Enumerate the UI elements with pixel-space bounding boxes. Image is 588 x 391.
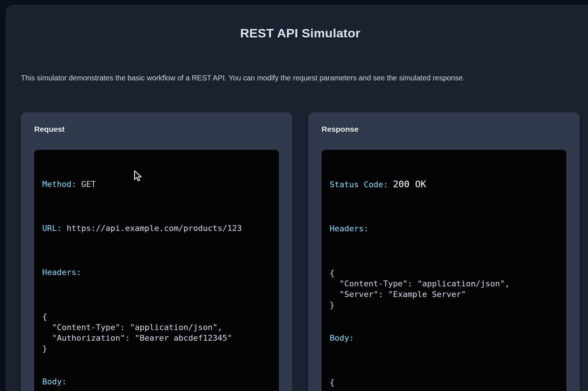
response-panel: Response Status Code: 200 OKHeaders:{ "C… (308, 112, 580, 391)
request-headers-label-key: Headers: (42, 268, 81, 277)
request-method-line-value: GET (81, 180, 96, 189)
request-headers-json: { "Content-Type": "application/json", "A… (42, 311, 271, 354)
page-title: REST API Simulator (21, 26, 580, 40)
response-code-block: Status Code: 200 OKHeaders:{ "Content-Ty… (322, 150, 566, 391)
response-body-label: Body: (330, 333, 558, 343)
response-status-line-key: Status Code: (330, 180, 388, 189)
request-body-label: Body: (42, 377, 271, 387)
request-url-line-value: https://api.example.com/products/123 (67, 224, 242, 233)
request-panel: Request Method: GETURL: https://api.exam… (21, 112, 292, 391)
response-status-line-value: 200 OK (393, 179, 426, 189)
request-body-label-key: Body: (42, 377, 67, 386)
request-url-line: URL: https://api.example.com/products/12… (42, 223, 271, 233)
response-body-label-key: Body: (330, 333, 354, 343)
request-code-block[interactable]: Method: GETURL: https://api.example.com/… (34, 150, 279, 391)
main-container: REST API Simulator This simulator demons… (6, 5, 588, 391)
request-method-line: Method: GET (42, 179, 271, 189)
response-headers-label-key: Headers: (330, 224, 369, 233)
request-headers-label: Headers: (42, 267, 271, 278)
request-url-line-key: URL: (42, 224, 62, 233)
response-headers-label: Headers: (330, 224, 558, 234)
page-description: This simulator demonstrates the basic wo… (21, 73, 580, 83)
response-status-line: Status Code: 200 OK (330, 179, 558, 190)
request-panel-title: Request (34, 125, 279, 134)
response-body-json: { (330, 377, 558, 388)
request-method-line-key: Method: (42, 180, 76, 189)
panels-row: Request Method: GETURL: https://api.exam… (21, 112, 580, 391)
response-panel-title: Response (322, 125, 566, 134)
response-headers-json: { "Content-Type": "application/json", "S… (330, 268, 558, 310)
